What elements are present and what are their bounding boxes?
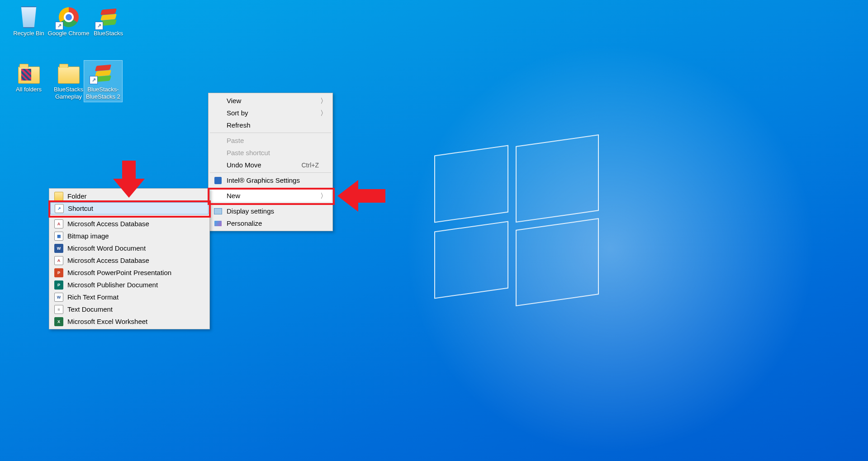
submenu-item-access[interactable]: A Microsoft Access Database: [50, 218, 209, 230]
desktop-icon-label: Google Chrome: [48, 30, 90, 37]
menu-label: Undo Move: [227, 161, 288, 169]
publisher-icon: P: [54, 280, 64, 290]
desktop-icon-all-folders[interactable]: All folders: [7, 62, 50, 93]
desktop-icon-label: Recycle Bin: [13, 30, 44, 37]
submenu-item-shortcut[interactable]: ↗ Shortcut: [50, 202, 209, 214]
submenu-item-publisher[interactable]: P Microsoft Publisher Document: [50, 279, 209, 291]
menu-label: Text Document: [67, 305, 196, 313]
access-icon: A: [54, 219, 64, 228]
desktop-icon-bluestacks[interactable]: ↗ BlueStacks: [87, 6, 130, 37]
desktop-icon-label: BlueStacks Gameplay: [54, 86, 83, 100]
bitmap-icon: ▦: [54, 232, 64, 241]
shortcut-overlay-icon: ↗: [90, 76, 98, 84]
desktop-icon-label: All folders: [16, 86, 42, 93]
desktop-icon-bluestacks-gameplay[interactable]: BlueStacks Gameplay: [47, 62, 90, 100]
menu-label: Bitmap image: [67, 232, 196, 240]
tutorial-arrow-left-icon: [336, 180, 385, 212]
menu-item-view[interactable]: View 〉: [209, 95, 332, 107]
new-submenu: Folder ↗ Shortcut A Microsoft Access Dat…: [49, 188, 210, 329]
menu-label: Microsoft Excel Worksheet: [67, 318, 196, 325]
menu-label: Microsoft Publisher Document: [67, 281, 196, 289]
submenu-item-bitmap[interactable]: ▦ Bitmap image: [50, 230, 209, 242]
desktop-icon-label: BlueStacks-BlueStacks 2: [86, 86, 120, 100]
desktop-icon-google-chrome[interactable]: ↗ Google Chrome: [47, 6, 90, 37]
menu-separator: [210, 133, 331, 133]
submenu-item-powerpoint[interactable]: P Microsoft PowerPoint Presentation: [50, 266, 209, 279]
menu-item-refresh[interactable]: Refresh: [209, 119, 332, 131]
shortcut-overlay-icon: ↗: [55, 22, 63, 30]
menu-label: Intel® Graphics Settings: [227, 176, 319, 184]
powerpoint-icon: P: [54, 268, 64, 277]
desktop-icon-label: BlueStacks: [94, 30, 123, 37]
shortcut-icon: ↗: [54, 204, 64, 213]
menu-label: Microsoft PowerPoint Presentation: [67, 269, 196, 276]
folder-icon: [58, 62, 80, 84]
menu-label: Shortcut: [68, 204, 195, 212]
desktop[interactable]: Recycle Bin ↗ Google Chrome ↗ BlueStacks…: [0, 0, 868, 461]
menu-item-display-settings[interactable]: Display settings: [209, 205, 332, 217]
desktop-context-menu: View 〉 Sort by 〉 Refresh Paste Paste sho…: [208, 93, 333, 231]
menu-item-personalize[interactable]: Personalize: [209, 217, 332, 229]
text-icon: ≡: [54, 305, 64, 314]
chevron-right-icon: 〉: [320, 192, 327, 200]
personalize-icon: [213, 219, 223, 228]
word-icon: W: [54, 244, 64, 253]
folder-icon: [54, 192, 64, 201]
shortcut-overlay-icon: ↗: [95, 22, 103, 30]
folder-icon: [18, 62, 40, 84]
menu-separator: [210, 203, 331, 204]
menu-label: Display settings: [227, 207, 319, 215]
menu-item-intel-graphics[interactable]: Intel® Graphics Settings: [209, 174, 332, 186]
menu-item-sort-by[interactable]: Sort by 〉: [209, 107, 332, 119]
menu-item-new[interactable]: New 〉: [209, 190, 332, 202]
desktop-icon-bluestacks-bluestacks2[interactable]: ↗ BlueStacks-BlueStacks 2: [84, 61, 122, 102]
svg-marker-1: [337, 180, 385, 212]
menu-label: Microsoft Access Database: [67, 257, 196, 264]
intel-graphics-icon: [213, 176, 223, 185]
access-icon: A: [54, 256, 64, 265]
menu-label: Microsoft Access Database: [67, 220, 196, 228]
chevron-right-icon: 〉: [320, 97, 327, 105]
submenu-item-rtf[interactable]: W Rich Text Format: [50, 291, 209, 303]
menu-separator: [51, 216, 208, 216]
menu-label: Microsoft Word Document: [67, 244, 196, 252]
menu-item-paste-shortcut: Paste shortcut: [209, 147, 332, 159]
menu-label: Paste shortcut: [227, 149, 319, 157]
menu-label: Personalize: [227, 219, 319, 227]
chevron-right-icon: 〉: [320, 109, 327, 118]
windows-logo-watermark: [434, 140, 597, 303]
display-settings-icon: [213, 207, 223, 216]
menu-label: Sort by: [227, 109, 319, 117]
menu-label: Folder: [67, 192, 196, 200]
menu-separator: [210, 188, 331, 188]
recycle-bin-icon: [18, 6, 40, 28]
menu-label: Refresh: [227, 121, 319, 129]
submenu-item-text[interactable]: ≡ Text Document: [50, 303, 209, 315]
submenu-item-folder[interactable]: Folder: [50, 190, 209, 202]
desktop-icon-recycle-bin[interactable]: Recycle Bin: [7, 6, 50, 37]
menu-label: View: [227, 97, 319, 105]
submenu-item-word[interactable]: W Microsoft Word Document: [50, 242, 209, 254]
menu-label: New: [227, 192, 319, 200]
menu-item-undo-move[interactable]: Undo Move Ctrl+Z: [209, 159, 332, 171]
submenu-item-excel[interactable]: X Microsoft Excel Worksheet: [50, 315, 209, 328]
menu-item-paste: Paste: [209, 134, 332, 147]
submenu-item-access-2[interactable]: A Microsoft Access Database: [50, 254, 209, 266]
rtf-icon: W: [54, 293, 64, 302]
excel-icon: X: [54, 317, 64, 326]
menu-label: Rich Text Format: [67, 293, 196, 301]
menu-label: Paste: [227, 137, 319, 144]
menu-shortcut: Ctrl+Z: [302, 162, 319, 169]
menu-separator: [210, 172, 331, 173]
